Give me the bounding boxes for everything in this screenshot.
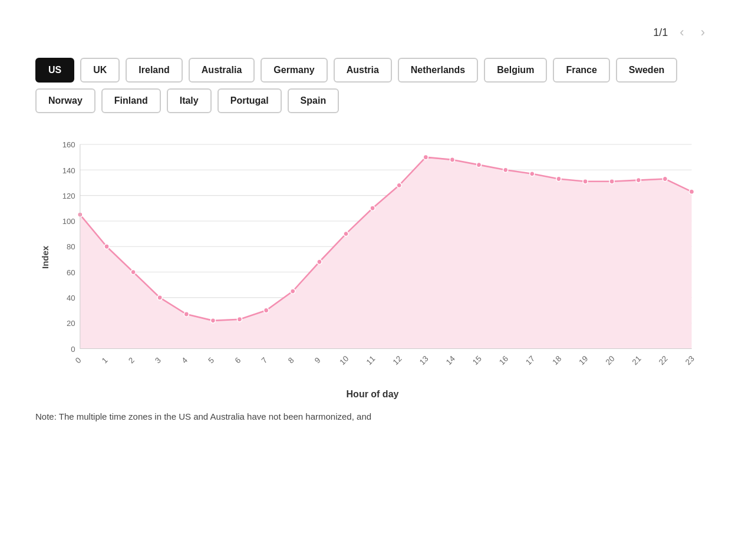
svg-text:19: 19 [577, 354, 589, 367]
svg-point-45 [157, 295, 162, 300]
svg-point-50 [291, 289, 295, 294]
svg-text:2: 2 [127, 355, 136, 365]
country-btn-italy[interactable]: Italy [167, 88, 212, 113]
chart-inner: 0204060801001201401600123456789101112131… [50, 132, 710, 382]
country-btn-ireland[interactable]: Ireland [126, 58, 182, 83]
y-axis-label: Index [35, 132, 50, 382]
svg-text:0: 0 [74, 355, 83, 365]
svg-point-63 [636, 177, 641, 182]
svg-point-53 [370, 206, 375, 210]
svg-text:3: 3 [153, 355, 163, 365]
svg-point-62 [609, 179, 614, 184]
svg-point-56 [450, 157, 454, 162]
svg-text:13: 13 [418, 354, 430, 367]
country-btn-uk[interactable]: UK [80, 58, 120, 83]
svg-text:20: 20 [604, 354, 617, 367]
country-btn-australia[interactable]: Australia [189, 58, 255, 83]
country-btn-finland[interactable]: Finland [101, 88, 161, 113]
svg-point-61 [583, 179, 588, 184]
svg-text:5: 5 [206, 355, 216, 365]
svg-text:18: 18 [550, 354, 563, 367]
note-text: Note: The multiple time zones in the US … [35, 411, 710, 421]
svg-point-46 [184, 312, 189, 317]
svg-text:14: 14 [444, 354, 457, 367]
country-btn-portugal[interactable]: Portugal [217, 88, 282, 113]
svg-text:140: 140 [62, 166, 75, 174]
svg-text:15: 15 [471, 354, 483, 367]
chart-svg: 0204060801001201401600123456789101112131… [50, 132, 710, 380]
svg-text:7: 7 [260, 355, 269, 365]
country-btn-spain[interactable]: Spain [288, 88, 339, 113]
svg-text:80: 80 [67, 242, 75, 251]
svg-text:9: 9 [313, 355, 322, 365]
svg-text:6: 6 [233, 355, 243, 365]
svg-text:1: 1 [100, 355, 110, 365]
svg-point-58 [503, 167, 508, 172]
svg-point-64 [662, 176, 667, 181]
svg-point-59 [530, 172, 535, 176]
country-filters: USUKIrelandAustraliaGermanyAustriaNether… [35, 58, 710, 113]
prev-button[interactable]: ‹ [675, 24, 688, 41]
pagination-row: 1/1 ‹ › [35, 24, 710, 41]
svg-text:120: 120 [62, 192, 75, 200]
svg-point-51 [317, 259, 322, 264]
country-btn-germany[interactable]: Germany [261, 58, 327, 83]
country-btn-sweden[interactable]: Sweden [616, 58, 677, 83]
country-btn-norway[interactable]: Norway [35, 88, 95, 113]
country-btn-france[interactable]: France [553, 58, 609, 83]
svg-point-48 [237, 317, 242, 321]
svg-point-43 [104, 244, 109, 249]
svg-point-55 [423, 154, 428, 159]
svg-text:0: 0 [71, 345, 75, 354]
next-button[interactable]: › [696, 24, 710, 41]
chart-container: Index 0204060801001201401600123456789101… [35, 132, 710, 400]
svg-point-57 [477, 162, 482, 167]
svg-point-44 [131, 269, 136, 274]
svg-text:11: 11 [365, 354, 377, 367]
svg-text:8: 8 [286, 355, 296, 365]
svg-text:4: 4 [180, 355, 189, 365]
svg-point-52 [344, 231, 348, 236]
svg-point-60 [556, 176, 561, 181]
x-axis-label: Hour of day [35, 389, 710, 400]
svg-text:23: 23 [684, 354, 696, 367]
svg-text:12: 12 [391, 354, 404, 367]
svg-point-47 [210, 318, 215, 323]
svg-text:22: 22 [657, 354, 670, 367]
svg-text:100: 100 [62, 217, 75, 226]
svg-text:16: 16 [497, 354, 510, 367]
svg-text:60: 60 [67, 268, 75, 277]
svg-text:20: 20 [67, 319, 75, 328]
svg-point-49 [264, 308, 269, 312]
svg-text:160: 160 [62, 140, 75, 149]
country-btn-belgium[interactable]: Belgium [484, 58, 547, 83]
country-btn-netherlands[interactable]: Netherlands [398, 58, 478, 83]
svg-text:21: 21 [631, 354, 643, 367]
svg-text:40: 40 [67, 294, 75, 302]
svg-point-65 [689, 189, 694, 194]
svg-text:10: 10 [338, 354, 350, 367]
svg-text:17: 17 [524, 354, 536, 367]
country-btn-us[interactable]: US [35, 58, 74, 83]
pagination-text: 1/1 [653, 27, 668, 39]
svg-point-54 [397, 183, 401, 187]
country-btn-austria[interactable]: Austria [334, 58, 392, 83]
